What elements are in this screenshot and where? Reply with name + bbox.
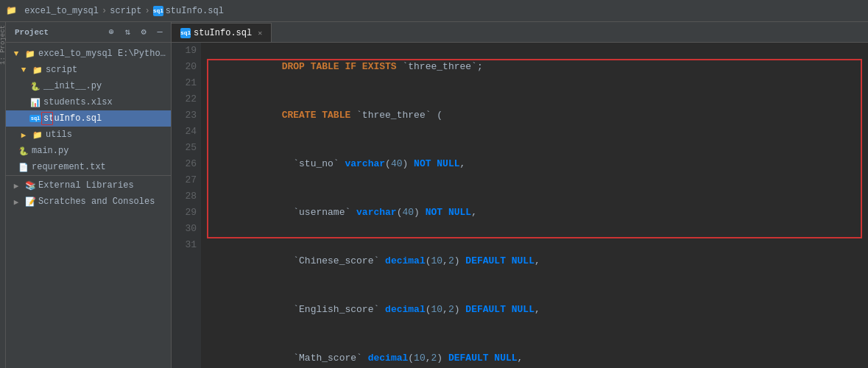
tree-label-stuinfo: stuInfo.sql	[43, 113, 102, 124]
sidebar-content: ▼ 📁 excel_to_mysql E:\Python8 ▼ 📁 script…	[6, 43, 171, 368]
breadcrumb-sep-2: ›	[144, 6, 149, 16]
line-numbers: 19 20 21 22 23 24 25 26 27 28 29 30 31	[172, 43, 201, 368]
sidebar: Project ⊕ ⇅ ⚙ — ▼ 📁 excel_to_mysql E:\Py…	[6, 22, 172, 368]
sidebar-sync-btn[interactable]: ⇅	[121, 26, 134, 39]
scratches-expand-icon: ▶	[10, 196, 22, 208]
tree-item-script[interactable]: ▼ 📁 script	[6, 62, 171, 78]
tree-item-root[interactable]: ▼ 📁 excel_to_mysql E:\Python8	[6, 46, 171, 62]
left-stripe: 1: Project	[0, 22, 6, 368]
project-folder-icon: 📁	[24, 48, 36, 60]
tree-label-main: main.py	[32, 146, 68, 156]
xlsx-file-icon: 📊	[29, 96, 41, 108]
sidebar-settings-btn[interactable]: ⚙	[137, 26, 150, 39]
line-num-28: 28	[176, 188, 197, 205]
code-line-25: `Math_score` decimal(10,2) DEFAULT NULL,	[213, 334, 856, 368]
line-num-29: 29	[176, 205, 197, 221]
tree-item-req[interactable]: 📄 requrement.txt	[6, 159, 171, 175]
code-line-22: `username` varchar(40) NOT NULL,	[213, 188, 856, 237]
code-line-21: `stu_no` varchar(40) NOT NULL,	[213, 140, 856, 188]
breadcrumb-root[interactable]: 📁 excel_to_mysql	[6, 5, 99, 16]
script-expand-icon: ▼	[18, 64, 29, 76]
tree-item-stuinfo[interactable]: sql stuInfo.sql	[6, 110, 171, 127]
tree-label-script: script	[46, 65, 77, 75]
line-num-31: 31	[176, 237, 197, 253]
sql-tree-icon: sql	[29, 113, 41, 124]
line-num-26: 26	[176, 156, 197, 172]
sidebar-section-extlibs: ▶ 📚 External Libraries ▶ 📝 Scratches and…	[6, 175, 171, 211]
tree-label-extlibs: External Libraries	[38, 180, 134, 191]
breadcrumb-script[interactable]: script	[110, 6, 141, 16]
tree-item-init[interactable]: 🐍 __init__.py	[6, 78, 171, 94]
py-file-icon: 🐍	[29, 80, 41, 92]
main-layout: 1: Project Project ⊕ ⇅ ⚙ — ▼ 📁 excel_to_…	[0, 22, 868, 368]
scratches-icon: 📝	[24, 196, 36, 208]
utils-expand-icon: ▶	[18, 129, 29, 141]
breadcrumb-file[interactable]: sql stuInfo.sql	[153, 6, 224, 16]
editor-tabs: sql stuInfo.sql ✕	[172, 22, 868, 43]
breadcrumb-sep-1: ›	[102, 6, 107, 16]
extlibs-expand-icon: ▶	[10, 180, 22, 191]
breadcrumb: 📁 excel_to_mysql › script › sql stuInfo.…	[6, 5, 224, 16]
line-num-21: 21	[176, 75, 197, 91]
extlibs-icon: 📚	[24, 180, 36, 191]
mainpy-icon: 🐍	[18, 145, 29, 157]
tree-item-extlibs[interactable]: ▶ 📚 External Libraries	[6, 177, 171, 194]
tree-item-scratches[interactable]: ▶ 📝 Scratches and Consoles	[6, 194, 171, 210]
project-stripe-label: 1: Project	[0, 25, 7, 65]
tab-stuinfo[interactable]: sql stuInfo.sql ✕	[172, 23, 272, 42]
tree-item-main[interactable]: 🐍 main.py	[6, 143, 171, 159]
sidebar-close-btn[interactable]: —	[153, 26, 166, 39]
line-num-20: 20	[176, 59, 197, 75]
line-num-23: 23	[176, 107, 197, 124]
editor-area: sql stuInfo.sql ✕ 19 20 21 22 23 24 25 2…	[172, 22, 868, 368]
code-line-20: CREATE TABLE `three_three` (	[213, 91, 856, 140]
tree-label-root: excel_to_mysql E:\Python8	[38, 49, 166, 59]
code-lines[interactable]: DROP TABLE IF EXISTS `three_three`; CREA…	[201, 43, 868, 368]
editor-content[interactable]: 19 20 21 22 23 24 25 26 27 28 29 30 31	[172, 43, 868, 368]
line-num-30: 30	[176, 221, 197, 237]
tree-item-xlsx[interactable]: 📊 students.xlsx	[6, 94, 171, 110]
tab-label: stuInfo.sql	[194, 28, 252, 38]
tree-item-utils[interactable]: ▶ 📁 utils	[6, 127, 171, 143]
sidebar-toolbar: Project ⊕ ⇅ ⚙ —	[6, 22, 171, 43]
line-num-22: 22	[176, 91, 197, 107]
code-line-23: `Chinese_score` decimal(10,2) DEFAULT NU…	[213, 237, 856, 286]
code-line-24: `English_score` decimal(10,2) DEFAULT NU…	[213, 286, 856, 334]
tree-label-xlsx: students.xlsx	[43, 97, 113, 107]
line-num-27: 27	[176, 172, 197, 188]
tab-sql-icon: sql	[180, 28, 191, 38]
tab-close-btn[interactable]: ✕	[258, 29, 262, 38]
code-block: 19 20 21 22 23 24 25 26 27 28 29 30 31	[172, 43, 868, 368]
folder-expand-icon: ▼	[10, 48, 22, 60]
line-num-19: 19	[176, 43, 197, 59]
utils-folder-icon: 📁	[32, 129, 43, 141]
tree-label-utils: utils	[46, 130, 72, 140]
code-line-19: DROP TABLE IF EXISTS `three_three`;	[213, 43, 856, 91]
sidebar-title: Project	[10, 28, 53, 37]
line-num-25: 25	[176, 140, 197, 156]
top-bar: 📁 excel_to_mysql › script › sql stuInfo.…	[0, 0, 868, 22]
txt-icon: 📄	[18, 161, 29, 173]
line-num-24: 24	[176, 124, 197, 140]
tree-label-scratches: Scratches and Consoles	[38, 197, 155, 207]
tree-label-req: requrement.txt	[32, 162, 106, 172]
script-folder-icon: 📁	[32, 64, 43, 76]
sidebar-add-btn[interactable]: ⊕	[105, 26, 118, 39]
sql-file-icon: sql	[153, 6, 163, 16]
tree-label-init: __init__.py	[43, 81, 102, 91]
